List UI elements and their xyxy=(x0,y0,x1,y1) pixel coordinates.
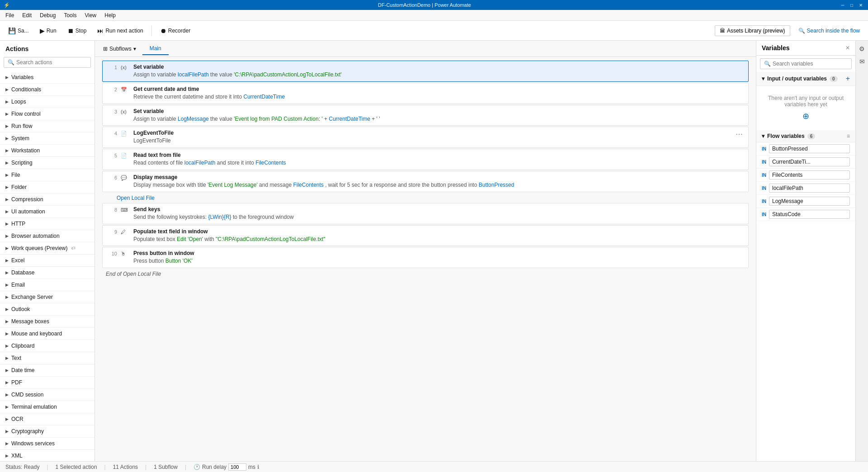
flow-group-label[interactable]: Open Local File xyxy=(113,193,749,203)
flow-step-10[interactable]: 10 🖱 Press button in window Press button… xyxy=(102,247,749,268)
minimize-button[interactable]: ─ xyxy=(839,1,846,9)
action-group-header[interactable]: ▶ Excel xyxy=(0,255,94,266)
action-group-header[interactable]: ▶ Message boxes xyxy=(0,316,94,327)
run-next-button[interactable]: ⏭ Run next action xyxy=(93,25,147,36)
action-group-header[interactable]: ▶ Windows services xyxy=(0,438,94,449)
save-button[interactable]: 💾 Sa... xyxy=(4,25,33,36)
flow-variables-section-header[interactable]: ▾ Flow variables 6 ≡ xyxy=(756,130,855,142)
action-group-message-boxes[interactable]: ▶ Message boxes xyxy=(0,316,94,328)
action-group-header[interactable]: ▶ Mouse and keyboard xyxy=(0,328,94,340)
add-variable-button[interactable]: + xyxy=(846,75,850,83)
action-group-browser-automation[interactable]: ▶ Browser automation xyxy=(0,230,94,242)
action-group-file[interactable]: ▶ File xyxy=(0,169,94,181)
run-delay-input[interactable] xyxy=(228,463,246,471)
variables-close-button[interactable]: ✕ xyxy=(845,45,850,51)
action-group-header[interactable]: ▶ Date time xyxy=(0,364,94,376)
action-group-header[interactable]: ▶ PDF xyxy=(0,377,94,388)
action-group-header[interactable]: ▶ HTTP xyxy=(0,218,94,230)
action-group-folder[interactable]: ▶ Folder xyxy=(0,181,94,194)
action-group-mouse-and-keyboard[interactable]: ▶ Mouse and keyboard xyxy=(0,328,94,340)
maximize-button[interactable]: □ xyxy=(848,1,855,9)
menu-help[interactable]: Help xyxy=(101,11,119,19)
action-group-header[interactable]: ▶ Compression xyxy=(0,194,94,205)
search-variables-input[interactable] xyxy=(773,61,848,67)
subflows-button[interactable]: ⊞ Subflows ▾ xyxy=(99,44,141,54)
action-group-outlook[interactable]: ▶ Outlook xyxy=(0,303,94,316)
action-group-http[interactable]: ▶ HTTP xyxy=(0,218,94,230)
flow-step-4[interactable]: 4 📄 LogEventToFile LogEventToFile ⋯ xyxy=(102,127,749,148)
action-group-text[interactable]: ▶ Text xyxy=(0,352,94,364)
step-more-button[interactable]: ⋯ xyxy=(734,130,745,138)
action-group-database[interactable]: ▶ Database xyxy=(0,267,94,279)
menu-file[interactable]: File xyxy=(2,11,18,19)
side-icon-2[interactable]: ✉ xyxy=(858,57,867,66)
recorder-button[interactable]: ⏺ Recorder xyxy=(156,25,195,36)
flow-variable-item[interactable]: IN localFilePath xyxy=(756,182,855,195)
action-group-windows-services[interactable]: ▶ Windows services xyxy=(0,438,94,450)
action-group-header[interactable]: ▶ Folder xyxy=(0,181,94,193)
add-variable-icon[interactable]: ⊕ xyxy=(762,111,850,121)
flow-step-1[interactable]: 1 (x) Set variable Assign to variable lo… xyxy=(102,61,749,82)
flow-step-5[interactable]: 5 📄 Read text from file Read contents of… xyxy=(102,149,749,170)
action-group-loops[interactable]: ▶ Loops xyxy=(0,96,94,108)
action-group-header[interactable]: ▶ Flow control xyxy=(0,108,94,120)
action-group-pdf[interactable]: ▶ PDF xyxy=(0,377,94,389)
action-group-work-queues-preview[interactable]: ▶ Work queues (Preview) 🏷 xyxy=(0,242,94,255)
action-group-header[interactable]: ▶ XML xyxy=(0,450,94,461)
input-output-section-header[interactable]: ▾ Input / output variables 0 + xyxy=(756,72,855,86)
menu-debug[interactable]: Debug xyxy=(36,11,59,19)
action-group-header[interactable]: ▶ Browser automation xyxy=(0,230,94,242)
flow-variable-item[interactable]: IN StatusCode xyxy=(756,208,855,221)
action-group-date-time[interactable]: ▶ Date time xyxy=(0,364,94,377)
action-group-header[interactable]: ▶ Terminal emulation xyxy=(0,401,94,413)
action-group-header[interactable]: ▶ Conditionals xyxy=(0,84,94,95)
flow-step-9[interactable]: 9 🖊 Populate text field in window Popula… xyxy=(102,225,749,246)
action-group-exchange-server[interactable]: ▶ Exchange Server xyxy=(0,291,94,303)
assets-library-button[interactable]: 🏛 Assets Library (preview) xyxy=(715,25,790,36)
menu-view[interactable]: View xyxy=(81,11,100,19)
action-group-run-flow[interactable]: ▶ Run flow xyxy=(0,120,94,132)
action-group-cmd-session[interactable]: ▶ CMD session xyxy=(0,389,94,401)
flow-variable-item[interactable]: IN LogMessage xyxy=(756,195,855,208)
action-group-header[interactable]: ▶ Database xyxy=(0,267,94,278)
action-group-flow-control[interactable]: ▶ Flow control xyxy=(0,108,94,120)
action-group-cryptography[interactable]: ▶ Cryptography xyxy=(0,425,94,438)
action-group-header[interactable]: ▶ Email xyxy=(0,279,94,291)
flow-variable-item[interactable]: IN FileContents xyxy=(756,169,855,182)
flow-step-2[interactable]: 2 📅 Get current date and time Retrieve t… xyxy=(102,83,749,104)
menu-tools[interactable]: Tools xyxy=(60,11,80,19)
close-button[interactable]: ✕ xyxy=(857,1,864,9)
action-group-header[interactable]: ▶ Work queues (Preview) 🏷 xyxy=(0,242,94,254)
action-group-header[interactable]: ▶ CMD session xyxy=(0,389,94,401)
run-button[interactable]: ▶ Run xyxy=(35,25,61,36)
action-group-ui-automation[interactable]: ▶ UI automation xyxy=(0,206,94,218)
action-group-email[interactable]: ▶ Email xyxy=(0,279,94,291)
stop-button[interactable]: ⏹ Stop xyxy=(63,25,91,36)
action-group-header[interactable]: ▶ Outlook xyxy=(0,303,94,315)
action-group-header[interactable]: ▶ Run flow xyxy=(0,120,94,132)
action-group-compression[interactable]: ▶ Compression xyxy=(0,194,94,206)
action-group-xml[interactable]: ▶ XML xyxy=(0,450,94,461)
flow-step-8[interactable]: 8 ⌨ Send keys Send the following keystro… xyxy=(102,203,749,224)
search-actions-input[interactable] xyxy=(16,59,87,66)
delay-help-icon[interactable]: ℹ xyxy=(257,464,259,470)
action-group-header[interactable]: ▶ System xyxy=(0,132,94,144)
action-group-terminal-emulation[interactable]: ▶ Terminal emulation xyxy=(0,401,94,413)
action-group-header[interactable]: ▶ Variables xyxy=(0,71,94,83)
action-group-ocr[interactable]: ▶ OCR xyxy=(0,413,94,425)
action-group-header[interactable]: ▶ Loops xyxy=(0,96,94,108)
action-group-header[interactable]: ▶ UI automation xyxy=(0,206,94,217)
action-group-header[interactable]: ▶ Text xyxy=(0,352,94,364)
action-group-system[interactable]: ▶ System xyxy=(0,132,94,145)
action-group-header[interactable]: ▶ Clipboard xyxy=(0,340,94,352)
action-group-scripting[interactable]: ▶ Scripting xyxy=(0,157,94,169)
action-group-clipboard[interactable]: ▶ Clipboard xyxy=(0,340,94,352)
side-icon-1[interactable]: ⚙ xyxy=(858,44,867,53)
action-group-excel[interactable]: ▶ Excel xyxy=(0,255,94,267)
flow-variable-item[interactable]: IN CurrentDateTi... xyxy=(756,156,855,169)
flow-step-6[interactable]: 6 💬 Display message Display message box … xyxy=(102,171,749,192)
menu-edit[interactable]: Edit xyxy=(19,11,35,19)
action-group-header[interactable]: ▶ Exchange Server xyxy=(0,291,94,303)
flow-variables-filter-button[interactable]: ≡ xyxy=(847,133,850,139)
action-group-workstation[interactable]: ▶ Workstation xyxy=(0,145,94,157)
